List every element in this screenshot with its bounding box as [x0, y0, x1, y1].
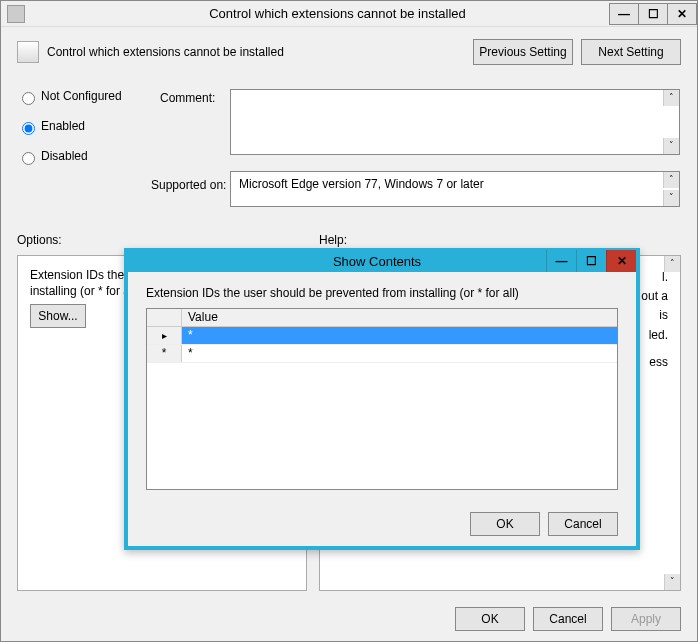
- next-setting-button[interactable]: Next Setting: [581, 39, 681, 65]
- row-indicator-icon: *: [147, 345, 182, 362]
- main-dialog-buttons: OK Cancel Apply: [455, 607, 681, 631]
- app-icon: [7, 5, 25, 23]
- grid-cell[interactable]: *: [182, 327, 617, 344]
- scroll-down-icon[interactable]: ˅: [663, 190, 679, 206]
- modal-minimize-button[interactable]: —: [546, 250, 576, 272]
- supported-on-label: Supported on:: [151, 178, 226, 192]
- previous-setting-button[interactable]: Previous Setting: [473, 39, 573, 65]
- apply-button: Apply: [611, 607, 681, 631]
- radio-enabled-label: Enabled: [41, 119, 85, 133]
- grid-row[interactable]: * *: [147, 345, 617, 363]
- show-contents-dialog: Show Contents — ☐ ✕ Extension IDs the us…: [124, 248, 640, 550]
- grid-row[interactable]: *: [147, 327, 617, 345]
- show-button[interactable]: Show...: [30, 304, 86, 328]
- scroll-down-icon[interactable]: ˅: [663, 138, 679, 154]
- grid-corner: [147, 309, 182, 326]
- modal-cancel-button[interactable]: Cancel: [548, 512, 618, 536]
- policy-icon: [17, 41, 39, 63]
- state-radio-group: Not Configured Enabled Disabled: [17, 89, 122, 179]
- main-titlebar: Control which extensions cannot be insta…: [1, 1, 697, 27]
- comment-label: Comment:: [160, 91, 215, 105]
- close-button[interactable]: ✕: [667, 3, 697, 25]
- modal-maximize-button[interactable]: ☐: [576, 250, 606, 272]
- supported-on-text: Microsoft Edge version 77, Windows 7 or …: [239, 177, 484, 191]
- header-row: Control which extensions cannot be insta…: [1, 27, 697, 75]
- modal-ok-button[interactable]: OK: [470, 512, 540, 536]
- radio-enabled[interactable]: Enabled: [17, 119, 122, 135]
- grid-cell[interactable]: *: [182, 345, 617, 362]
- scroll-up-icon[interactable]: ˄: [663, 172, 679, 188]
- scroll-up-icon[interactable]: ˄: [663, 90, 679, 106]
- scroll-down-icon[interactable]: ˅: [664, 574, 680, 590]
- supported-on-box: Microsoft Edge version 77, Windows 7 or …: [230, 171, 680, 207]
- modal-title: Show Contents: [128, 254, 546, 269]
- modal-titlebar: Show Contents — ☐ ✕: [128, 250, 636, 272]
- minimize-button[interactable]: —: [609, 3, 639, 25]
- comment-textarea[interactable]: ˄ ˅: [230, 89, 680, 155]
- scroll-up-icon[interactable]: ˄: [664, 256, 680, 272]
- grid-column-header: Value: [182, 309, 617, 326]
- header-text: Control which extensions cannot be insta…: [47, 45, 465, 59]
- row-indicator-icon: [147, 327, 182, 344]
- values-grid[interactable]: Value * * *: [146, 308, 618, 490]
- window-title: Control which extensions cannot be insta…: [25, 6, 610, 21]
- modal-description: Extension IDs the user should be prevent…: [146, 286, 618, 300]
- radio-not-configured-label: Not Configured: [41, 89, 122, 103]
- maximize-button[interactable]: ☐: [638, 3, 668, 25]
- options-label: Options:: [17, 233, 62, 247]
- radio-disabled-label: Disabled: [41, 149, 88, 163]
- cancel-button[interactable]: Cancel: [533, 607, 603, 631]
- help-label: Help:: [319, 233, 347, 247]
- grid-header: Value: [147, 309, 617, 327]
- radio-not-configured[interactable]: Not Configured: [17, 89, 122, 105]
- ok-button[interactable]: OK: [455, 607, 525, 631]
- modal-dialog-buttons: OK Cancel: [470, 512, 618, 536]
- modal-close-button[interactable]: ✕: [606, 250, 636, 272]
- radio-disabled[interactable]: Disabled: [17, 149, 122, 165]
